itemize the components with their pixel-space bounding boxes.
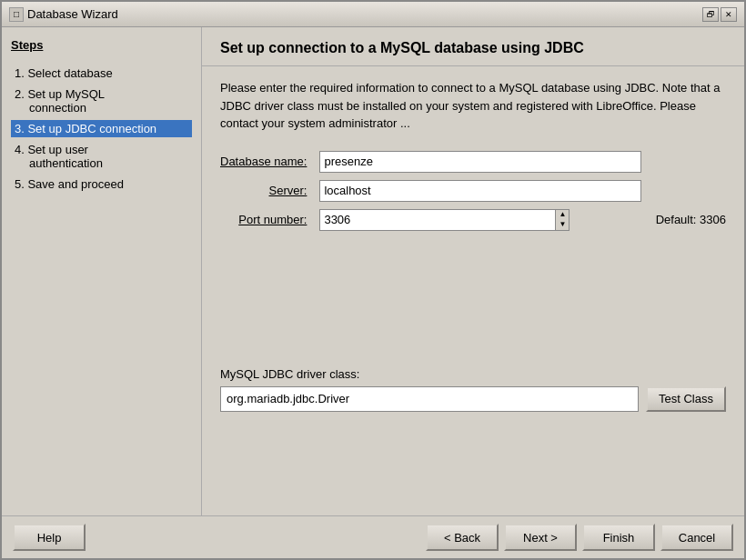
port-spinner-down[interactable]: ▼: [556, 220, 569, 230]
step-item-4: 4. Set up user authentication: [11, 141, 192, 172]
step-item-5: 5. Save and proceed: [11, 175, 192, 193]
port-spinner-up[interactable]: ▲: [556, 210, 569, 220]
driver-section: MySQL JDBC driver class: Test Class: [220, 367, 726, 412]
database-name-label: Database name:: [220, 155, 312, 168]
help-button[interactable]: Help: [13, 524, 86, 551]
port-input[interactable]: [319, 209, 556, 231]
titlebar: □ Database Wizard 🗗 ✕: [2, 2, 744, 27]
port-spinner: ▲ ▼: [556, 209, 570, 231]
titlebar-buttons: 🗗 ✕: [702, 7, 737, 22]
window-title: Database Wizard: [27, 7, 118, 21]
window-icon: □: [9, 7, 24, 22]
finish-button[interactable]: Finish: [582, 524, 655, 551]
port-label: Port number:: [220, 213, 312, 226]
close-button[interactable]: ✕: [721, 7, 737, 22]
cancel-button[interactable]: Cancel: [660, 524, 733, 551]
next-button[interactable]: Next >: [504, 524, 577, 551]
content-heading: Set up connection to a MySQL database us…: [220, 40, 726, 56]
driver-input-row: Test Class: [220, 386, 726, 412]
content-panel: Set up connection to a MySQL database us…: [202, 27, 744, 515]
back-button[interactable]: < Back: [426, 524, 499, 551]
content-header: Set up connection to a MySQL database us…: [202, 27, 744, 66]
footer: Help < Back Next > Finish Cancel: [2, 515, 744, 558]
driver-label: MySQL JDBC driver class:: [220, 367, 726, 381]
server-label: Server:: [220, 184, 312, 197]
driver-class-input[interactable]: [220, 386, 639, 412]
content-body: Please enter the required information to…: [202, 66, 744, 515]
step-item-2: 2. Set up MySQL connection: [11, 85, 192, 116]
connection-form: Database name: Server: Port number: ▲ ▼: [220, 151, 726, 231]
footer-right: < Back Next > Finish Cancel: [426, 524, 733, 551]
restore-button[interactable]: 🗗: [702, 7, 719, 22]
test-class-button[interactable]: Test Class: [646, 386, 726, 412]
titlebar-left: □ Database Wizard: [9, 7, 118, 22]
step-item-3: 3. Set up JDBC connection: [11, 120, 192, 137]
footer-left: Help: [13, 524, 86, 551]
server-input[interactable]: [319, 180, 640, 202]
empty-spacer: [220, 249, 726, 358]
port-container: ▲ ▼: [319, 209, 640, 231]
database-name-input[interactable]: [319, 151, 640, 173]
sidebar: Steps 1. Select database 2. Set up MySQL…: [2, 27, 202, 515]
database-wizard-window: □ Database Wizard 🗗 ✕ Steps 1. Select da…: [0, 0, 746, 560]
step-list: 1. Select database 2. Set up MySQL conne…: [11, 65, 192, 193]
sidebar-title: Steps: [11, 38, 192, 52]
main-area: Steps 1. Select database 2. Set up MySQL…: [2, 27, 744, 515]
port-default-text: Default: 3306: [649, 213, 726, 226]
step-item-1: 1. Select database: [11, 65, 192, 82]
description-text: Please enter the required information to…: [220, 79, 726, 133]
